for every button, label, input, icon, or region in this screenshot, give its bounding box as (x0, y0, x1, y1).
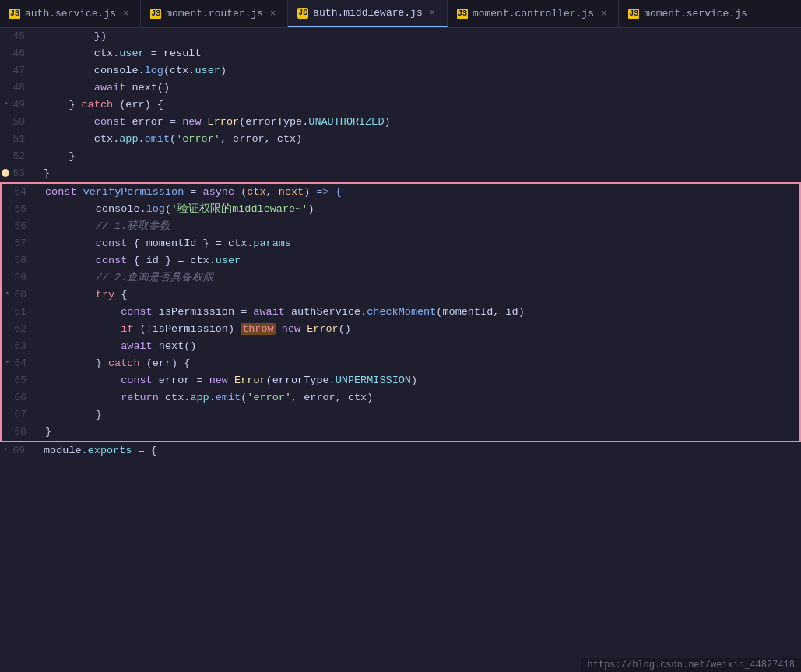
token (202, 116, 208, 128)
fold-icon[interactable]: ▸ (3, 289, 12, 298)
code-line: 68} (2, 424, 799, 441)
code-line: 46 ctx.user = result (0, 45, 801, 62)
code-line: 57 const { momentId } = ctx.params (2, 235, 799, 252)
code-content: const isPermission = await authService.c… (39, 304, 799, 321)
token: 'error' (247, 392, 291, 403)
fold-icon[interactable]: ▸ (2, 445, 11, 454)
token: new (282, 323, 300, 335)
code-content: ctx.app.emit('error', error, ctx) (37, 131, 801, 148)
code-line: 48 await next() (0, 79, 801, 97)
token: log (146, 203, 165, 215)
token (276, 323, 282, 335)
token: } (96, 409, 102, 420)
token: await (253, 306, 285, 318)
tab-moment-controller[interactable]: JSmoment.controller.js× (448, 0, 619, 27)
code-line: 63 await next() (2, 338, 799, 355)
token: ( (234, 186, 247, 198)
code-content: // 1.获取参数 (39, 218, 799, 235)
token: ctx (94, 47, 113, 59)
token: const (45, 186, 77, 198)
token: . (209, 392, 216, 403)
code-line: 58 const { id } = ctx.user (2, 252, 799, 269)
token: . (139, 133, 145, 145)
token: new (209, 375, 228, 386)
token: next() (125, 82, 170, 93)
code-line: 59 // 2.查询是否具备权限 (2, 269, 799, 287)
token: emit (216, 392, 241, 403)
code-line: 67 } (2, 406, 799, 424)
tab-moment-router[interactable]: JSmoment.router.js× (141, 0, 288, 27)
line-number: 65 (2, 372, 39, 389)
tab-close-button[interactable]: × (599, 7, 609, 21)
token (77, 186, 83, 198)
tab-close-button[interactable]: × (121, 7, 131, 21)
token: } (96, 357, 108, 369)
token: await (121, 340, 153, 352)
tab-label: auth.service.js (25, 8, 116, 19)
token: (err) { (140, 357, 191, 369)
line-number: 50 (0, 114, 37, 131)
code-content: return ctx.app.emit('error', error, ctx) (39, 389, 799, 406)
line-number: 53 (0, 165, 37, 182)
token: () (339, 323, 351, 335)
token (228, 375, 234, 386)
token: try (96, 289, 114, 301)
token (300, 323, 307, 335)
line-number: 61 (2, 304, 39, 321)
line-number: 54 (2, 184, 39, 201)
code-content: const error = new Error(errorType.UNAUTH… (37, 114, 801, 131)
code-line: 54const verifyPermission = async (ctx, n… (2, 184, 799, 201)
tab-auth-service[interactable]: JSauth.service.js× (0, 0, 141, 27)
code-content: const { momentId } = ctx.params (39, 235, 799, 252)
token: (err) { (113, 99, 163, 111)
token: '验证权限的middleware~' (171, 203, 307, 215)
code-content: await next() (39, 338, 799, 355)
code-line: 53} (0, 165, 801, 182)
code-line: 45 }) (0, 28, 801, 45)
tab-auth-middleware[interactable]: JSauth.middleware.js× (288, 0, 448, 27)
token: UNPERMISSION (336, 375, 411, 386)
fold-icon[interactable]: ▸ (3, 357, 12, 367)
token: UNAUTHORIZED (308, 116, 384, 128)
token: . (82, 445, 88, 456)
tab-label: moment.controller.js (473, 8, 594, 19)
token: async (203, 186, 235, 198)
line-number: 67 (2, 406, 39, 424)
code-line: 69▸module.exports = { (0, 442, 801, 459)
code-line: 55 console.log('验证权限的middleware~') (2, 201, 799, 218)
code-content: console.log(ctx.user) (37, 62, 801, 79)
code-content: await next() (37, 79, 801, 97)
token: Error (208, 116, 240, 128)
token: const (96, 255, 128, 266)
token: app (190, 392, 209, 403)
token: } (45, 426, 51, 438)
token: module (44, 445, 82, 456)
code-content: const verifyPermission = async (ctx, nex… (39, 184, 799, 201)
line-number: 52 (0, 148, 37, 165)
line-number: 51 (0, 131, 37, 148)
token: // 1.获取参数 (96, 220, 171, 232)
token: await (94, 82, 126, 93)
js-icon: JS (9, 9, 20, 19)
token: user (216, 255, 241, 266)
code-content: const { id } = ctx.user (39, 252, 799, 269)
token: // 2.查询是否具备权限 (96, 272, 215, 283)
tab-close-button[interactable]: × (268, 7, 278, 21)
code-line: 49▸ } catch (err) { (0, 97, 801, 114)
fold-icon[interactable]: ▸ (2, 99, 11, 108)
token: } (69, 99, 81, 111)
token: if (121, 323, 133, 335)
code-content: const error = new Error(errorType.UNPERM… (39, 372, 799, 389)
token: next() (153, 340, 197, 352)
status-bar: https://blog.csdn.net/weixin_44827418 (581, 658, 801, 672)
token: } (44, 167, 50, 179)
token: ) (385, 116, 391, 128)
token: const (94, 116, 126, 128)
tab-close-button[interactable]: × (427, 6, 437, 20)
token: return (121, 392, 159, 403)
tab-moment-service[interactable]: JSmoment.service.js (619, 0, 757, 27)
code-content: } (37, 148, 801, 165)
tab-bar: JSauth.service.js×JSmoment.router.js×JSa… (0, 0, 801, 28)
token: throw (241, 323, 276, 335)
js-icon: JS (628, 9, 639, 19)
